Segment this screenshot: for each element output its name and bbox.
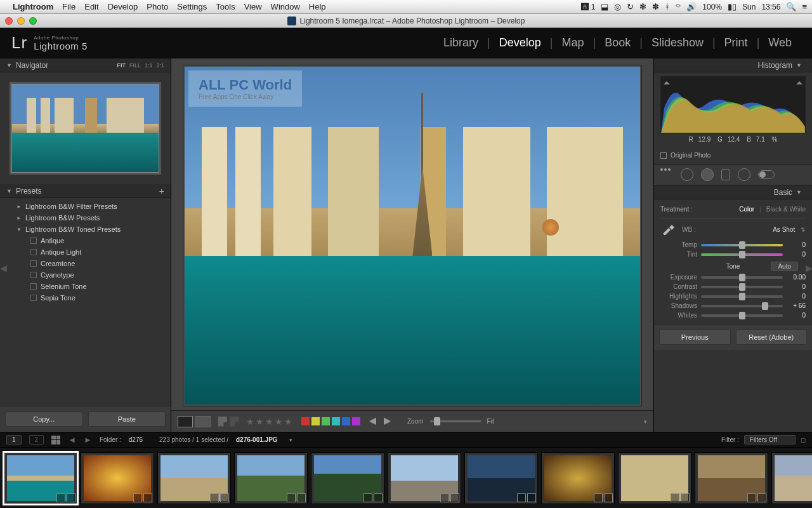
adjustment-brush-icon[interactable]	[758, 170, 775, 179]
right-panel-toggle[interactable]: ▶	[806, 259, 812, 277]
slider-contrast[interactable]: Contrast0	[660, 282, 806, 291]
preset-group[interactable]: ►Lightroom B&W Filter Presets	[0, 201, 171, 212]
treatment-bw[interactable]: Black & White	[766, 206, 806, 213]
add-preset-button[interactable]: +	[159, 186, 164, 196]
creative-cloud-icon[interactable]: ◎	[614, 2, 621, 11]
thumbnail[interactable]	[234, 452, 308, 504]
preset-item[interactable]: Antique	[0, 235, 171, 246]
module-web[interactable]: Web	[759, 36, 801, 50]
reset-button[interactable]: Reset (Adobe)	[736, 330, 808, 345]
disclosure-triangle-icon[interactable]: ▼	[796, 189, 802, 196]
menu-edit[interactable]: Edit	[84, 2, 98, 11]
zoom-slider[interactable]: Zoom Fit	[407, 418, 494, 425]
filename-chevron-icon[interactable]: ▾	[289, 437, 292, 443]
thumbnail[interactable]	[388, 452, 461, 504]
adobe-badge-icon[interactable]: 🅰 1	[581, 3, 595, 11]
filter-lock-icon[interactable]: ◻	[801, 436, 806, 443]
zoom-window-button[interactable]	[29, 17, 37, 25]
preset-item[interactable]: Selenium Tone	[0, 281, 171, 292]
bluetooth-icon[interactable]: ᚼ	[665, 2, 670, 11]
spotlight-icon[interactable]: 🔍	[786, 2, 796, 11]
preset-item[interactable]: Cyanotype	[0, 269, 171, 281]
volume-icon[interactable]: 🔊	[686, 2, 697, 11]
wifi-icon[interactable]: ⌔	[676, 2, 681, 11]
slider-highlights[interactable]: Highlights0	[660, 291, 806, 301]
thumbnail[interactable]	[81, 452, 154, 504]
module-map[interactable]: Map	[553, 36, 593, 50]
menubar-day[interactable]: Sun	[742, 3, 756, 11]
monitor-1-button[interactable]: 1	[6, 435, 22, 444]
prev-photo-arrow[interactable]: ⯇	[368, 417, 379, 427]
grid-view-icon[interactable]	[51, 436, 60, 444]
left-panel-toggle[interactable]: ◀	[0, 259, 6, 277]
monitor-2-button[interactable]: 2	[29, 435, 44, 444]
menubar-time[interactable]: 13:56	[761, 3, 780, 11]
thumbnail[interactable]	[157, 452, 231, 504]
preset-item[interactable]: Creamtone	[0, 258, 171, 269]
folder-value[interactable]: d276	[129, 436, 143, 443]
navigator-header[interactable]: ▼ Navigator FITFILL1:12:1	[0, 58, 171, 72]
notifications-icon[interactable]: ≡	[802, 2, 807, 11]
original-photo-checkbox[interactable]: Original Photo	[654, 149, 812, 164]
color-label-chip[interactable]	[342, 417, 350, 425]
filmstrip[interactable]	[0, 447, 812, 508]
copy-button[interactable]: Copy...	[5, 411, 83, 427]
filter-dropdown[interactable]: Filters Off	[744, 435, 796, 444]
thumbnail[interactable]	[695, 452, 768, 504]
module-slideshow[interactable]: Slideshow	[643, 36, 712, 50]
disclosure-triangle-icon[interactable]: ▼	[796, 62, 802, 69]
rating-stars[interactable]: ★★★★★	[246, 417, 294, 427]
module-book[interactable]: Book	[596, 36, 639, 50]
preset-item[interactable]: Antique Light	[0, 246, 171, 258]
module-library[interactable]: Library	[435, 36, 487, 50]
disclosure-triangle-icon[interactable]: ▼	[6, 188, 12, 194]
disclosure-triangle-icon[interactable]: ▼	[6, 62, 12, 69]
color-label-chip[interactable]	[311, 417, 320, 425]
wb-dropdown[interactable]: As Shot ⇅	[773, 226, 806, 233]
menu-view[interactable]: View	[244, 2, 262, 11]
zoom-FIT[interactable]: FIT	[117, 62, 126, 69]
keychain-icon[interactable]: ✽	[652, 2, 659, 11]
previous-button[interactable]: Previous	[659, 330, 731, 345]
presets-header[interactable]: ▼ Presets +	[0, 184, 171, 198]
menubar-app-name[interactable]: Lightroom	[13, 2, 53, 11]
navigator-preview[interactable]	[0, 72, 171, 184]
slider-temp[interactable]: Temp0	[660, 240, 806, 250]
crop-tool-icon[interactable]	[660, 168, 673, 181]
thumbnail[interactable]	[771, 452, 812, 504]
photo-canvas[interactable]: ALL PC World Free Apps One Click Away	[183, 65, 642, 406]
evernote-icon[interactable]: ❃	[639, 2, 646, 11]
basic-header[interactable]: Basic ▼	[654, 185, 812, 199]
slider-whites[interactable]: Whites0	[660, 311, 806, 320]
radial-filter-icon[interactable]	[738, 168, 750, 181]
spot-removal-icon[interactable]	[681, 168, 693, 181]
sync-icon[interactable]: ↻	[627, 2, 634, 11]
menu-file[interactable]: File	[62, 2, 75, 11]
thumbnail[interactable]	[311, 452, 384, 504]
color-label-chip[interactable]	[352, 417, 360, 425]
menu-develop[interactable]: Develop	[108, 2, 138, 11]
loupe-view-button[interactable]	[178, 416, 193, 427]
eyedropper-icon[interactable]	[660, 224, 677, 235]
redeye-tool-icon[interactable]	[701, 168, 714, 181]
menu-photo[interactable]: Photo	[147, 2, 168, 11]
pick-flag-icon[interactable]	[218, 417, 227, 427]
menu-settings[interactable]: Settings	[177, 2, 207, 11]
toolbar-chevron-icon[interactable]: ▾	[644, 418, 647, 425]
color-label-chip[interactable]	[332, 417, 340, 425]
thumbnail[interactable]	[541, 452, 615, 504]
preset-item[interactable]: Sepia Tone	[0, 292, 171, 304]
current-filename[interactable]: d276-001.JPG	[236, 436, 278, 443]
thumbnail[interactable]	[618, 452, 691, 504]
battery-icon[interactable]: ▮▯	[728, 2, 737, 11]
zoom-1-1[interactable]: 1:1	[145, 62, 153, 69]
zoom-2-1[interactable]: 2:1	[156, 62, 164, 69]
auto-tone-button[interactable]: Auto	[771, 262, 798, 271]
preset-group[interactable]: ▼Lightroom B&W Toned Presets	[0, 224, 171, 235]
slider-tint[interactable]: Tint0	[660, 250, 806, 259]
next-photo-arrow[interactable]: ⯈	[382, 417, 393, 427]
reject-flag-icon[interactable]	[230, 417, 239, 427]
menu-window[interactable]: Window	[271, 2, 300, 11]
dropbox-icon[interactable]: ⬓	[601, 2, 608, 11]
module-develop[interactable]: Develop	[490, 36, 550, 50]
